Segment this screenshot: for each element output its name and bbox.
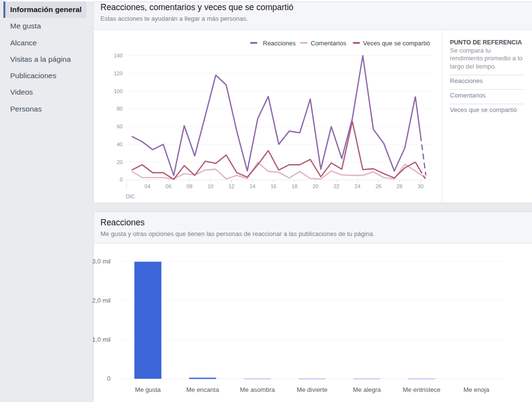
svg-text:Me divierte: Me divierte (297, 386, 328, 393)
svg-text:10: 10 (208, 183, 213, 189)
svg-text:120: 120 (114, 70, 123, 76)
svg-text:0: 0 (120, 177, 123, 182)
svg-text:24: 24 (354, 183, 360, 189)
svg-text:DIC: DIC (126, 194, 135, 199)
svg-text:22: 22 (334, 183, 339, 189)
svg-text:Me alegra: Me alegra (353, 386, 381, 393)
svg-text:40: 40 (117, 141, 123, 147)
svg-text:Comentarios: Comentarios (311, 40, 347, 47)
svg-text:Me entristece: Me entristece (403, 386, 440, 393)
svg-text:06: 06 (166, 183, 171, 189)
svg-text:Me asombra: Me asombra (240, 386, 275, 393)
svg-text:18: 18 (292, 183, 297, 189)
svg-text:20: 20 (117, 159, 123, 165)
svg-text:80: 80 (117, 106, 123, 111)
svg-text:26: 26 (376, 183, 381, 189)
svg-text:Reacciones: Reacciones (263, 40, 296, 47)
svg-text:Me gusta: Me gusta (135, 386, 161, 393)
svg-text:3,0 mil: 3,0 mil (92, 258, 111, 265)
svg-text:Veces que se compartió: Veces que se compartió (363, 40, 430, 47)
svg-text:04: 04 (144, 183, 150, 189)
svg-text:Me enoja: Me enoja (463, 386, 490, 393)
svg-text:140: 140 (114, 53, 123, 58)
svg-text:60: 60 (117, 124, 123, 129)
svg-text:2,0 mil: 2,0 mil (92, 297, 111, 304)
svg-text:0: 0 (107, 375, 111, 382)
svg-text:100: 100 (114, 88, 123, 94)
svg-text:14: 14 (250, 183, 255, 189)
svg-text:08: 08 (186, 183, 192, 189)
svg-text:20: 20 (312, 183, 318, 189)
svg-text:30: 30 (418, 183, 423, 189)
svg-text:12: 12 (228, 183, 234, 189)
svg-text:28: 28 (396, 183, 402, 189)
svg-text:1,0 mil: 1,0 mil (92, 336, 111, 343)
svg-text:Me encanta: Me encanta (186, 386, 220, 393)
svg-text:16: 16 (270, 183, 276, 189)
